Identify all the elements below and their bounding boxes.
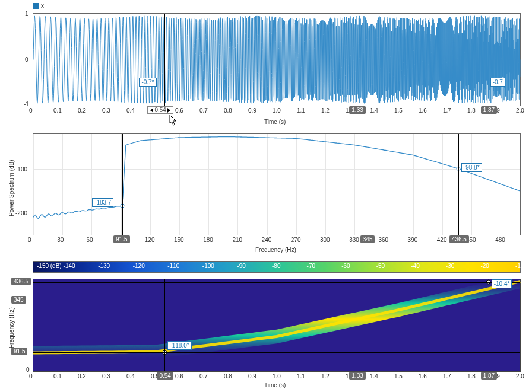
- mouse-cursor-icon: [170, 115, 179, 127]
- waveform: [33, 14, 520, 106]
- data-tip[interactable]: -118.0*: [167, 341, 191, 350]
- axis-tag: 1.33: [349, 372, 365, 380]
- figure-root: x 1 0 -1 00.10.20.30.40.50.60.70.80.91.0…: [0, 0, 532, 392]
- axes-spectrum[interactable]: [33, 133, 521, 235]
- axis-tag: 1.87: [481, 106, 497, 114]
- ylabel-power: Power Spectrum (dB): [8, 160, 15, 216]
- xlabel-time: Time (s): [264, 119, 286, 125]
- legend: x: [33, 2, 44, 9]
- freq-cursor-1[interactable]: [122, 134, 123, 235]
- data-tip[interactable]: -0.7: [490, 78, 505, 87]
- axis-tag: 0.54: [157, 372, 173, 380]
- pan-left-icon[interactable]: [150, 108, 153, 113]
- ytick: -200: [15, 210, 27, 216]
- ytick: 0: [25, 56, 28, 63]
- time-cursor-1[interactable]: [164, 279, 165, 371]
- xlabel-freq: Frequency (Hz): [255, 247, 296, 253]
- axis-tag: 345: [360, 235, 375, 243]
- spectrum-line: [33, 134, 520, 235]
- panel-time-signal: x 1 0 -1 00.10.20.30.40.50.60.70.80.91.0…: [0, 0, 532, 128]
- legend-label: x: [41, 2, 44, 9]
- axis-tag-y: 345: [11, 296, 26, 304]
- spectrogram-ridge: [33, 279, 520, 371]
- axis-tag: 436.5: [449, 235, 469, 243]
- ylabel-freq: Frequency (Hz): [8, 307, 15, 348]
- freq-cursor-1[interactable]: [33, 352, 520, 353]
- panel-power-spectrum: -100 -200 Power Spectrum (dB) 0306090120…: [0, 130, 532, 255]
- freq-cursor-2[interactable]: [33, 282, 520, 283]
- ytick: 0: [26, 366, 30, 373]
- panel-spectrogram: -150 (dB)-140-130-120-110-100-90-80-70-6…: [0, 256, 532, 391]
- data-tip[interactable]: -10.4*: [492, 279, 512, 288]
- data-tip[interactable]: -98.8*: [461, 163, 482, 172]
- colorbar[interactable]: -150 (dB)-140-130-120-110-100-90-80-70-6…: [33, 261, 521, 273]
- x-panner[interactable]: 0.54: [147, 106, 173, 114]
- time-cursor-2[interactable]: [489, 14, 489, 106]
- axis-tag: 1.87: [481, 372, 497, 380]
- data-tip[interactable]: -183.7: [92, 198, 113, 207]
- ytick: 1: [25, 11, 28, 17]
- pan-value: 0.54: [154, 107, 166, 113]
- legend-swatch: [33, 3, 39, 9]
- axis-tag-y: 436.5: [11, 278, 31, 285]
- axes-time[interactable]: [33, 13, 521, 106]
- axis-tag-y: 91.5: [11, 348, 27, 355]
- axes-spectrogram[interactable]: [33, 279, 521, 372]
- xlabel-time: Time (s): [264, 382, 286, 388]
- data-tip[interactable]: -0.7*: [139, 78, 156, 87]
- ytick: -1: [24, 101, 29, 107]
- freq-cursor-2[interactable]: [458, 134, 459, 235]
- axis-tag: 91.5: [113, 235, 129, 243]
- pan-right-icon[interactable]: [167, 108, 170, 113]
- time-cursor-1[interactable]: [164, 14, 165, 106]
- time-cursor-2[interactable]: [489, 279, 489, 371]
- axis-tag: 1.33: [349, 106, 365, 114]
- ytick: -100: [15, 166, 27, 173]
